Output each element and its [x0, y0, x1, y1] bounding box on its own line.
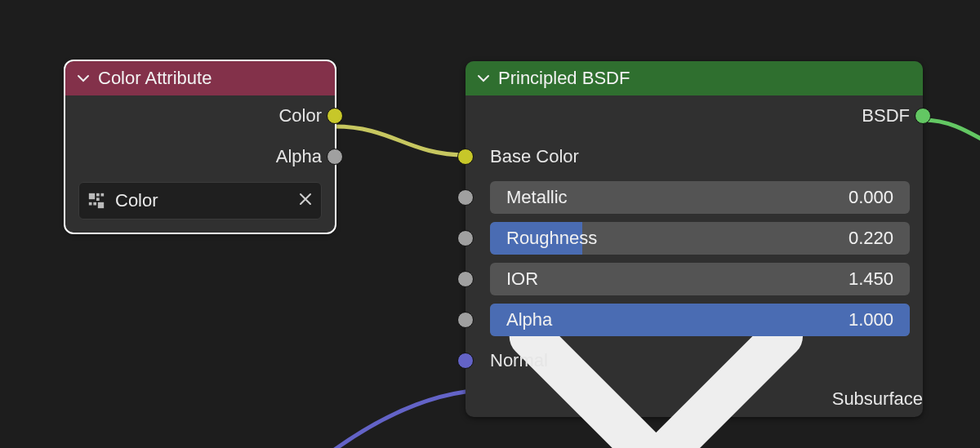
output-bsdf[interactable]: BSDF: [466, 95, 923, 136]
panel-label: Subsurface: [832, 388, 923, 410]
slider-metallic[interactable]: Metallic 0.000: [490, 181, 910, 214]
output-label: Alpha: [276, 146, 322, 167]
input-metallic[interactable]: Metallic 0.000: [466, 177, 923, 218]
output-alpha[interactable]: Alpha: [65, 136, 335, 177]
input-ior[interactable]: IOR 1.450: [466, 259, 923, 299]
slider-label: Metallic: [506, 187, 568, 208]
input-alpha[interactable]: Alpha 1.000: [466, 299, 923, 340]
input-label: Normal: [490, 350, 548, 371]
chevron-down-icon: [477, 72, 490, 85]
svg-rect-0: [89, 193, 95, 199]
node-title: Principled BSDF: [498, 68, 630, 89]
node-color-attribute[interactable]: Color Attribute Color Alpha Color: [65, 61, 335, 233]
slider-alpha[interactable]: Alpha 1.000: [490, 304, 910, 336]
input-base-color[interactable]: Base Color: [466, 136, 923, 177]
slider-roughness[interactable]: Roughness 0.220: [490, 222, 910, 255]
socket-ior-in[interactable]: [457, 271, 474, 287]
output-color[interactable]: Color: [65, 95, 335, 136]
socket-alpha-in[interactable]: [457, 312, 474, 328]
svg-rect-4: [89, 202, 92, 206]
input-label: Base Color: [490, 146, 579, 167]
socket-alpha-out[interactable]: [327, 149, 343, 165]
chevron-down-icon: [77, 72, 90, 85]
node-header[interactable]: Color Attribute: [65, 61, 335, 95]
vertex-color-icon: [87, 192, 105, 210]
input-normal[interactable]: Normal: [466, 340, 923, 381]
slider-value: 1.000: [849, 309, 893, 330]
socket-roughness-in[interactable]: [457, 230, 474, 246]
svg-rect-6: [98, 202, 104, 208]
slider-label: IOR: [506, 268, 538, 290]
slider-value: 1.450: [849, 268, 893, 290]
attribute-field-label: Color: [115, 190, 158, 211]
slider-label: Alpha: [506, 309, 552, 330]
slider-label: Roughness: [506, 228, 597, 249]
color-attribute-field[interactable]: Color: [78, 182, 322, 220]
socket-normal-in[interactable]: [457, 353, 474, 369]
clear-icon[interactable]: [298, 190, 313, 211]
svg-rect-2: [101, 193, 105, 197]
svg-rect-3: [96, 197, 100, 201]
slider-value: 0.000: [849, 187, 893, 208]
svg-rect-5: [93, 202, 96, 206]
output-label: Color: [278, 105, 322, 126]
socket-metallic-in[interactable]: [457, 189, 474, 206]
panel-subsurface[interactable]: Subsurface: [466, 381, 923, 417]
socket-color-out[interactable]: [327, 108, 343, 124]
output-label: BSDF: [862, 105, 910, 126]
node-principled-bsdf[interactable]: Principled BSDF BSDF Base Color Metallic…: [466, 61, 923, 417]
svg-rect-1: [96, 193, 100, 197]
slider-value: 0.220: [849, 228, 893, 249]
socket-bsdf-out[interactable]: [915, 108, 931, 124]
node-title: Color Attribute: [98, 68, 212, 89]
node-header[interactable]: Principled BSDF: [466, 61, 923, 95]
socket-base-color-in[interactable]: [457, 149, 474, 165]
input-roughness[interactable]: Roughness 0.220: [466, 218, 923, 259]
slider-ior[interactable]: IOR 1.450: [490, 263, 910, 295]
